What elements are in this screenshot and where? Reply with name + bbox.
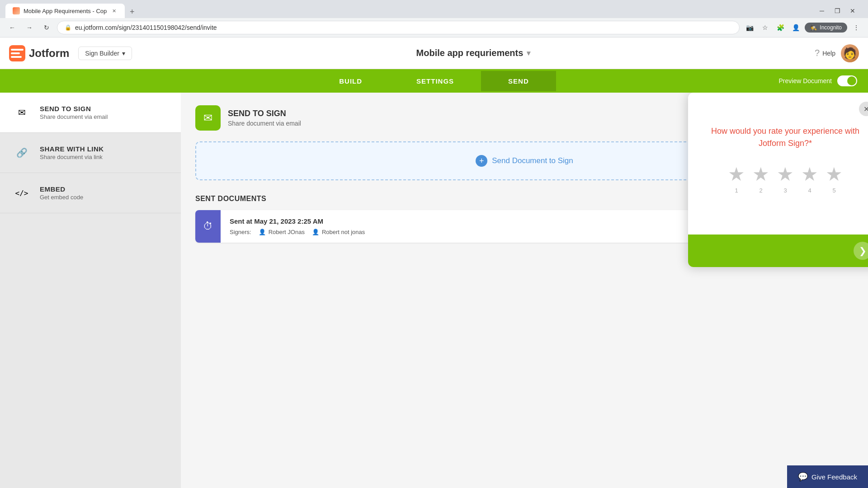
tab-close-button[interactable]: ✕ (110, 7, 118, 14)
rating-modal: ✕ How would you rate your experience wit… (688, 93, 868, 267)
close-icon: ✕ (863, 105, 868, 113)
chevron-down-icon: ▾ (527, 49, 530, 57)
sidebar-item-share-with-link[interactable]: 🔗 SHARE WITH LINK Share document via lin… (0, 133, 181, 173)
star-rating: ★ 1 ★ 2 ★ 3 ★ (706, 163, 864, 194)
sent-doc-icon: ⏱ (195, 210, 221, 243)
link-icon: 🔗 (13, 144, 31, 162)
tab-build[interactable]: BUILD (312, 71, 389, 91)
star-1[interactable]: ★ 1 (728, 163, 745, 194)
rating-question: How would you rate your experience with … (706, 125, 864, 150)
toolbar-icons: 📷 ☆ 🧩 👤 🕵 Incognito ⋮ (743, 21, 863, 34)
feedback-icon: 💬 (798, 472, 808, 482)
jotform-logo: Jotform (9, 45, 69, 61)
preview-toggle[interactable] (837, 75, 857, 86)
help-label: Help (822, 50, 835, 57)
signer-2-name: Robert not jonas (322, 229, 365, 235)
modal-header: ✕ (688, 93, 868, 116)
logo-text: Jotform (29, 47, 69, 60)
send-doc-label: Send Document to Sign (492, 156, 573, 165)
clock-icon: ⏱ (203, 221, 213, 232)
tab-settings[interactable]: SETTINGS (389, 71, 481, 91)
star-3[interactable]: ★ 3 (777, 163, 794, 194)
active-tab[interactable]: Mobile App Requirements - Cop ✕ (5, 4, 125, 18)
tab-favicon (13, 7, 20, 14)
logo-svg (9, 45, 25, 61)
bookmark-icon[interactable]: ☆ (759, 21, 771, 34)
app-container: Jotform Sign Builder ▾ Mobile app requri… (0, 38, 868, 488)
send-section-title: SEND TO SIGN (228, 109, 301, 118)
new-tab-button[interactable]: + (126, 5, 138, 18)
sidebar-share-link-text: SHARE WITH LINK Share document via link (40, 145, 104, 160)
minimize-button[interactable]: ─ (816, 5, 828, 17)
next-button[interactable]: ❯ (854, 242, 868, 260)
nav-tabs: BUILD SETTINGS SEND (312, 71, 556, 91)
modal-body: How would you rate your experience with … (688, 116, 868, 235)
code-icon: </> (13, 184, 31, 202)
user-avatar[interactable]: 🧑 (841, 44, 859, 62)
send-icon-box: ✉ (195, 105, 221, 131)
page-title: Mobile app requriements ▾ (141, 48, 806, 58)
plus-circle-icon: + (476, 155, 487, 167)
window-controls: ─ ❐ ✕ (816, 5, 863, 17)
sign-builder-label: Sign Builder (85, 50, 119, 57)
send-header-text: SEND TO SIGN Share document via email (228, 109, 301, 127)
person-icon: 👤 (259, 229, 266, 235)
profile-icon[interactable]: 👤 (789, 21, 802, 34)
sidebar-item-embed[interactable]: </> EMBED Get embed code (0, 173, 181, 213)
signer-1-name: Robert JOnas (269, 229, 305, 235)
star-4[interactable]: ★ 4 (801, 163, 818, 194)
signers-label: Signers: (230, 229, 251, 235)
menu-icon[interactable]: ⋮ (850, 21, 863, 34)
incognito-icon: 🕵 (810, 24, 817, 31)
modal-close-button[interactable]: ✕ (859, 102, 868, 116)
reload-button[interactable]: ↻ (40, 21, 53, 34)
header-actions: ? Help 🧑 (815, 44, 859, 62)
chevron-down-icon: ▾ (122, 50, 125, 57)
browser-titlebar: Mobile App Requirements - Cop ✕ + ─ ❐ ✕ (0, 0, 868, 18)
svg-rect-2 (11, 52, 20, 54)
person-icon: 👤 (312, 229, 319, 235)
sidebar-embed-text: EMBED Get embed code (40, 185, 83, 201)
sidebar-item-title: SHARE WITH LINK (40, 145, 104, 153)
url-text: eu.jotform.com/sign/231401150198042/send… (75, 24, 732, 31)
camera-off-icon[interactable]: 📷 (743, 21, 756, 34)
lock-icon: 🔒 (65, 24, 71, 31)
give-feedback-label: Give Feedback (811, 473, 857, 481)
sidebar-item-title: EMBED (40, 185, 83, 193)
sidebar: ✉ SEND TO SIGN Share document via email … (0, 93, 181, 488)
app-header: Jotform Sign Builder ▾ Mobile app requri… (0, 38, 868, 69)
svg-rect-1 (11, 49, 24, 51)
preview-document-label: Preview Document (779, 77, 832, 84)
next-icon: ❯ (859, 245, 867, 256)
back-button[interactable]: ← (5, 21, 19, 34)
star-2[interactable]: ★ 2 (752, 163, 769, 194)
preview-document-control: Preview Document (779, 75, 858, 86)
help-icon: ? (815, 48, 820, 58)
svg-rect-3 (11, 56, 22, 58)
close-window-button[interactable]: ✕ (846, 5, 859, 17)
sidebar-item-desc: Share document via link (40, 154, 104, 160)
extensions-icon[interactable]: 🧩 (774, 21, 787, 34)
address-bar[interactable]: 🔒 eu.jotform.com/sign/231401150198042/se… (57, 21, 740, 34)
modal-footer: ❯ (688, 235, 868, 267)
forward-button[interactable]: → (23, 21, 36, 34)
browser-toolbar: ← → ↻ 🔒 eu.jotform.com/sign/231401150198… (0, 18, 868, 38)
sidebar-item-desc: Get embed code (40, 194, 83, 201)
sidebar-send-to-sign-text: SEND TO SIGN Share document via email (40, 105, 108, 120)
sidebar-item-send-to-sign[interactable]: ✉ SEND TO SIGN Share document via email (0, 93, 181, 133)
sidebar-item-desc: Share document via email (40, 113, 108, 120)
signer-1: 👤 Robert JOnas (259, 229, 305, 235)
sign-builder-button[interactable]: Sign Builder ▾ (78, 47, 132, 60)
email-icon: ✉ (13, 103, 31, 122)
content-area: ✉ SEND TO SIGN Share document via email … (181, 93, 868, 488)
sidebar-item-title: SEND TO SIGN (40, 105, 108, 113)
give-feedback-button[interactable]: 💬 Give Feedback (787, 465, 868, 488)
star-5[interactable]: ★ 5 (826, 163, 843, 194)
browser-frame: Mobile App Requirements - Cop ✕ + ─ ❐ ✕ … (0, 0, 868, 488)
main-layout: ✉ SEND TO SIGN Share document via email … (0, 93, 868, 488)
restore-button[interactable]: ❐ (831, 5, 844, 17)
help-button[interactable]: ? Help (815, 48, 835, 58)
nav-bar: BUILD SETTINGS SEND Preview Document (0, 69, 868, 93)
tab-send[interactable]: SEND (481, 71, 556, 91)
incognito-badge: 🕵 Incognito (805, 23, 847, 33)
